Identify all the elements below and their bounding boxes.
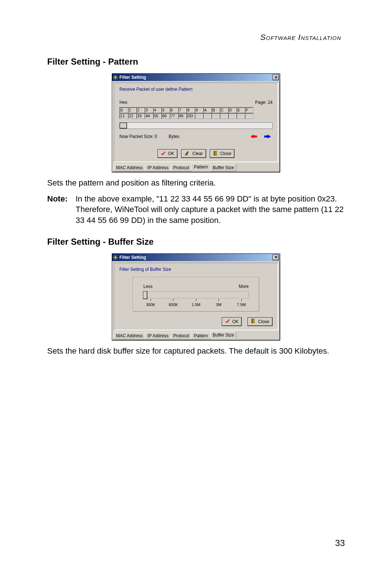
ok-button[interactable]: OK — [158, 149, 177, 158]
hex-grid: 0123456789ABCDEF 1122334455667799DD — [119, 107, 273, 119]
tab-pattern[interactable]: Pattern — [191, 163, 211, 171]
pattern-subtitle: Receive Packet of user define Pattern — [119, 87, 273, 92]
hex-header-cell: E — [236, 107, 245, 113]
svg-point-15 — [114, 256, 117, 258]
section1-heading: Filter Setting - Pattern — [47, 57, 345, 67]
hex-header-cell: 6 — [170, 107, 178, 113]
hex-label: Hex: — [119, 100, 128, 105]
tab-row: MAC AddressIP AddressProtocolPatternBuff… — [112, 164, 280, 172]
tick-label: 3M — [212, 302, 226, 307]
check-icon — [225, 318, 230, 325]
filter-setting-pattern-dialog: Filter Setting ✕ Receive Packet of user … — [112, 73, 280, 172]
hex-data-cell[interactable] — [203, 113, 212, 119]
svg-point-0 — [114, 76, 117, 78]
hex-header-cell: 9 — [195, 107, 203, 113]
app-icon — [113, 75, 118, 80]
hex-data-cell[interactable]: 33 — [136, 113, 145, 119]
section2-heading: Filter Setting - Buffer Size — [47, 237, 345, 247]
svg-rect-14 — [214, 151, 215, 155]
tick-label: 300K — [143, 302, 158, 307]
page-label: Page: 24 — [255, 100, 273, 105]
hex-data-cell[interactable] — [220, 113, 228, 119]
ok-button[interactable]: OK — [222, 317, 242, 326]
scrollbar-thumb[interactable] — [120, 123, 127, 129]
close-label: Close — [220, 151, 232, 156]
window-close-button[interactable]: ✕ — [273, 74, 279, 80]
hex-data-cell[interactable] — [236, 113, 245, 119]
note-text: In the above example, "11 22 33 44 55 66… — [75, 194, 345, 226]
hex-header-cell: 3 — [144, 107, 153, 113]
hex-header-cell: D — [228, 107, 237, 113]
hex-header-cell: 4 — [153, 107, 162, 113]
hex-data-cell[interactable]: 44 — [144, 113, 153, 119]
hex-data-cell[interactable] — [195, 113, 203, 119]
window-close-button[interactable]: ✕ — [273, 255, 279, 260]
svg-line-7 — [114, 78, 114, 79]
app-icon — [113, 255, 118, 260]
buffer-size-slider[interactable] — [143, 291, 249, 298]
hex-data-cell[interactable]: DD — [186, 113, 195, 119]
svg-line-23 — [117, 256, 117, 256]
horizontal-scrollbar[interactable] — [119, 122, 273, 129]
tab-row: MAC AddressIP AddressProtocolPatternBuff… — [112, 332, 280, 340]
tick-mark — [143, 299, 158, 301]
packet-size-label: Now Packet Size: 0 — [119, 134, 157, 139]
hex-data-cell[interactable] — [211, 113, 220, 119]
hex-data-cell[interactable]: 66 — [161, 113, 170, 119]
clear-label: Clear — [192, 151, 203, 156]
section1-caption: Sets the pattern and position as filteri… — [47, 178, 345, 188]
less-label: Less — [143, 284, 152, 289]
close-button[interactable]: Close — [210, 149, 235, 158]
bytes-label: Bytes — [168, 134, 179, 139]
svg-line-6 — [117, 78, 117, 79]
svg-rect-25 — [252, 319, 253, 323]
next-arrow-icon[interactable] — [262, 133, 273, 141]
svg-line-8 — [117, 76, 117, 76]
section2-caption: Sets the hard disk buffer size for captu… — [47, 346, 345, 357]
window-title: Filter Setting — [119, 255, 146, 260]
tab-protocol[interactable]: Protocol — [171, 332, 192, 339]
hex-data-cell[interactable] — [245, 113, 253, 119]
more-label: More — [239, 284, 249, 289]
titlebar: Filter Setting ✕ — [112, 254, 280, 261]
page-number: 33 — [335, 538, 345, 548]
clear-button[interactable]: Clear — [181, 149, 206, 158]
buffer-subtitle: Filter Setting of Buffer Size — [119, 267, 273, 272]
tab-mac-address[interactable]: MAC Address — [114, 332, 145, 339]
brush-icon — [184, 151, 190, 157]
ok-label: OK — [168, 151, 174, 156]
page-header: Software Installation — [47, 33, 341, 42]
ok-label: OK — [232, 319, 238, 324]
hex-data-cell[interactable] — [228, 113, 237, 119]
tab-ip-address[interactable]: IP Address — [145, 164, 171, 171]
svg-line-22 — [114, 258, 114, 259]
tab-mac-address[interactable]: MAC Address — [114, 164, 145, 171]
tick-mark — [234, 299, 249, 301]
hex-header-cell: B — [211, 107, 220, 113]
tab-protocol[interactable]: Protocol — [171, 164, 192, 171]
tab-buffer-size[interactable]: Buffer Size — [210, 164, 236, 171]
tab-pattern[interactable]: Pattern — [191, 332, 211, 339]
door-icon — [251, 318, 256, 325]
close-button[interactable]: Close — [248, 317, 273, 326]
tab-buffer-size[interactable]: Buffer Size — [210, 331, 236, 339]
hex-data-cell[interactable]: 77 — [170, 113, 178, 119]
svg-line-5 — [114, 76, 114, 76]
hex-header-cell: A — [203, 107, 212, 113]
tick-mark — [166, 299, 181, 301]
hex-data-cell[interactable]: 55 — [153, 113, 162, 119]
hex-header-cell: 1 — [128, 107, 136, 113]
tab-ip-address[interactable]: IP Address — [145, 332, 171, 339]
prev-arrow-icon[interactable] — [249, 133, 259, 141]
slider-thumb[interactable] — [143, 291, 147, 299]
hex-data-cell[interactable]: 11 — [119, 113, 128, 119]
hex-data-cell[interactable]: 99 — [178, 113, 187, 119]
svg-line-21 — [117, 258, 117, 259]
hex-header-cell: 0 — [119, 107, 128, 113]
tick-label: 1.5M — [189, 302, 203, 307]
hex-data-cell[interactable]: 22 — [128, 113, 136, 119]
note-label: Note: — [47, 194, 68, 226]
slider-panel: Less More 300K600K1.5M3M7.5M — [133, 277, 259, 312]
door-icon — [213, 151, 218, 157]
titlebar: Filter Setting ✕ — [112, 74, 280, 81]
